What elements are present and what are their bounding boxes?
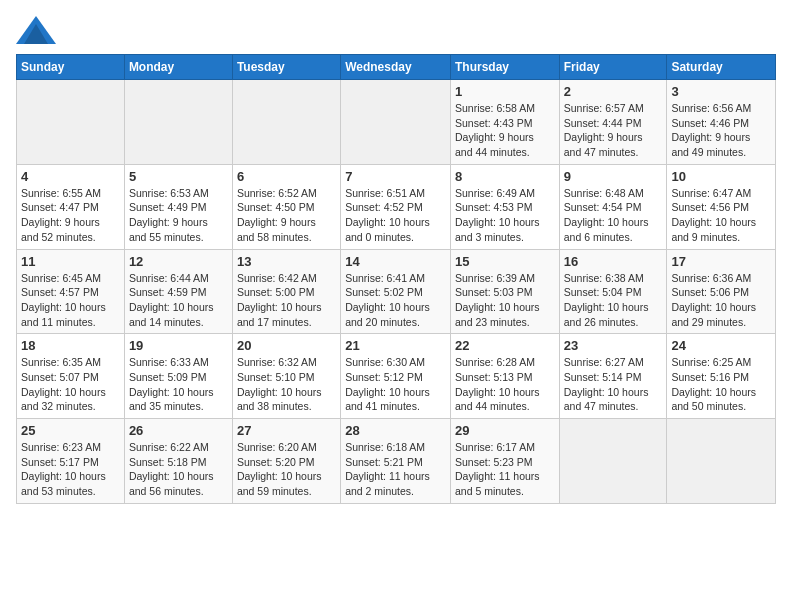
calendar-cell: 1Sunrise: 6:58 AM Sunset: 4:43 PM Daylig…: [450, 80, 559, 165]
day-number: 28: [345, 423, 446, 438]
calendar-cell: 16Sunrise: 6:38 AM Sunset: 5:04 PM Dayli…: [559, 249, 667, 334]
day-info: Sunrise: 6:55 AM Sunset: 4:47 PM Dayligh…: [21, 186, 120, 245]
calendar-cell: 2Sunrise: 6:57 AM Sunset: 4:44 PM Daylig…: [559, 80, 667, 165]
day-number: 17: [671, 254, 771, 269]
day-info: Sunrise: 6:45 AM Sunset: 4:57 PM Dayligh…: [21, 271, 120, 330]
calendar-cell: [17, 80, 125, 165]
day-number: 18: [21, 338, 120, 353]
day-number: 5: [129, 169, 228, 184]
day-number: 22: [455, 338, 555, 353]
calendar-week-row: 25Sunrise: 6:23 AM Sunset: 5:17 PM Dayli…: [17, 419, 776, 504]
calendar-cell: 25Sunrise: 6:23 AM Sunset: 5:17 PM Dayli…: [17, 419, 125, 504]
day-number: 3: [671, 84, 771, 99]
day-number: 10: [671, 169, 771, 184]
day-number: 12: [129, 254, 228, 269]
day-info: Sunrise: 6:23 AM Sunset: 5:17 PM Dayligh…: [21, 440, 120, 499]
day-number: 11: [21, 254, 120, 269]
day-info: Sunrise: 6:44 AM Sunset: 4:59 PM Dayligh…: [129, 271, 228, 330]
calendar-cell: 23Sunrise: 6:27 AM Sunset: 5:14 PM Dayli…: [559, 334, 667, 419]
calendar-week-row: 4Sunrise: 6:55 AM Sunset: 4:47 PM Daylig…: [17, 164, 776, 249]
day-info: Sunrise: 6:18 AM Sunset: 5:21 PM Dayligh…: [345, 440, 446, 499]
day-info: Sunrise: 6:52 AM Sunset: 4:50 PM Dayligh…: [237, 186, 336, 245]
day-info: Sunrise: 6:17 AM Sunset: 5:23 PM Dayligh…: [455, 440, 555, 499]
day-number: 7: [345, 169, 446, 184]
day-info: Sunrise: 6:41 AM Sunset: 5:02 PM Dayligh…: [345, 271, 446, 330]
logo: [16, 16, 60, 44]
day-number: 14: [345, 254, 446, 269]
calendar-cell: 8Sunrise: 6:49 AM Sunset: 4:53 PM Daylig…: [450, 164, 559, 249]
day-info: Sunrise: 6:25 AM Sunset: 5:16 PM Dayligh…: [671, 355, 771, 414]
day-info: Sunrise: 6:42 AM Sunset: 5:00 PM Dayligh…: [237, 271, 336, 330]
day-number: 29: [455, 423, 555, 438]
calendar-cell: 13Sunrise: 6:42 AM Sunset: 5:00 PM Dayli…: [232, 249, 340, 334]
logo-icon: [16, 16, 56, 44]
calendar-cell: 20Sunrise: 6:32 AM Sunset: 5:10 PM Dayli…: [232, 334, 340, 419]
calendar-cell: 10Sunrise: 6:47 AM Sunset: 4:56 PM Dayli…: [667, 164, 776, 249]
calendar-cell: 11Sunrise: 6:45 AM Sunset: 4:57 PM Dayli…: [17, 249, 125, 334]
day-info: Sunrise: 6:36 AM Sunset: 5:06 PM Dayligh…: [671, 271, 771, 330]
page-header: [16, 16, 776, 44]
day-info: Sunrise: 6:51 AM Sunset: 4:52 PM Dayligh…: [345, 186, 446, 245]
calendar-cell: [232, 80, 340, 165]
day-number: 20: [237, 338, 336, 353]
day-number: 24: [671, 338, 771, 353]
calendar-cell: 12Sunrise: 6:44 AM Sunset: 4:59 PM Dayli…: [124, 249, 232, 334]
day-info: Sunrise: 6:57 AM Sunset: 4:44 PM Dayligh…: [564, 101, 663, 160]
calendar-cell: [559, 419, 667, 504]
day-number: 2: [564, 84, 663, 99]
calendar-cell: 7Sunrise: 6:51 AM Sunset: 4:52 PM Daylig…: [341, 164, 451, 249]
calendar-week-row: 1Sunrise: 6:58 AM Sunset: 4:43 PM Daylig…: [17, 80, 776, 165]
day-info: Sunrise: 6:56 AM Sunset: 4:46 PM Dayligh…: [671, 101, 771, 160]
calendar-table: SundayMondayTuesdayWednesdayThursdayFrid…: [16, 54, 776, 504]
calendar-cell: 28Sunrise: 6:18 AM Sunset: 5:21 PM Dayli…: [341, 419, 451, 504]
calendar-week-row: 11Sunrise: 6:45 AM Sunset: 4:57 PM Dayli…: [17, 249, 776, 334]
calendar-cell: 14Sunrise: 6:41 AM Sunset: 5:02 PM Dayli…: [341, 249, 451, 334]
calendar-cell: [341, 80, 451, 165]
calendar-cell: 27Sunrise: 6:20 AM Sunset: 5:20 PM Dayli…: [232, 419, 340, 504]
day-info: Sunrise: 6:35 AM Sunset: 5:07 PM Dayligh…: [21, 355, 120, 414]
calendar-cell: 21Sunrise: 6:30 AM Sunset: 5:12 PM Dayli…: [341, 334, 451, 419]
calendar-cell: [124, 80, 232, 165]
calendar-cell: 3Sunrise: 6:56 AM Sunset: 4:46 PM Daylig…: [667, 80, 776, 165]
day-number: 25: [21, 423, 120, 438]
day-info: Sunrise: 6:32 AM Sunset: 5:10 PM Dayligh…: [237, 355, 336, 414]
weekday-header-row: SundayMondayTuesdayWednesdayThursdayFrid…: [17, 55, 776, 80]
weekday-header-tuesday: Tuesday: [232, 55, 340, 80]
calendar-cell: 15Sunrise: 6:39 AM Sunset: 5:03 PM Dayli…: [450, 249, 559, 334]
calendar-cell: [667, 419, 776, 504]
day-info: Sunrise: 6:49 AM Sunset: 4:53 PM Dayligh…: [455, 186, 555, 245]
day-number: 6: [237, 169, 336, 184]
day-number: 8: [455, 169, 555, 184]
calendar-cell: 24Sunrise: 6:25 AM Sunset: 5:16 PM Dayli…: [667, 334, 776, 419]
calendar-cell: 5Sunrise: 6:53 AM Sunset: 4:49 PM Daylig…: [124, 164, 232, 249]
day-info: Sunrise: 6:28 AM Sunset: 5:13 PM Dayligh…: [455, 355, 555, 414]
day-info: Sunrise: 6:53 AM Sunset: 4:49 PM Dayligh…: [129, 186, 228, 245]
day-number: 13: [237, 254, 336, 269]
day-number: 21: [345, 338, 446, 353]
day-number: 19: [129, 338, 228, 353]
day-info: Sunrise: 6:47 AM Sunset: 4:56 PM Dayligh…: [671, 186, 771, 245]
day-info: Sunrise: 6:27 AM Sunset: 5:14 PM Dayligh…: [564, 355, 663, 414]
day-number: 4: [21, 169, 120, 184]
day-info: Sunrise: 6:58 AM Sunset: 4:43 PM Dayligh…: [455, 101, 555, 160]
day-info: Sunrise: 6:22 AM Sunset: 5:18 PM Dayligh…: [129, 440, 228, 499]
day-info: Sunrise: 6:39 AM Sunset: 5:03 PM Dayligh…: [455, 271, 555, 330]
day-number: 15: [455, 254, 555, 269]
day-number: 26: [129, 423, 228, 438]
day-number: 27: [237, 423, 336, 438]
calendar-cell: 18Sunrise: 6:35 AM Sunset: 5:07 PM Dayli…: [17, 334, 125, 419]
weekday-header-monday: Monday: [124, 55, 232, 80]
calendar-cell: 26Sunrise: 6:22 AM Sunset: 5:18 PM Dayli…: [124, 419, 232, 504]
calendar-cell: 29Sunrise: 6:17 AM Sunset: 5:23 PM Dayli…: [450, 419, 559, 504]
calendar-cell: 6Sunrise: 6:52 AM Sunset: 4:50 PM Daylig…: [232, 164, 340, 249]
calendar-cell: 22Sunrise: 6:28 AM Sunset: 5:13 PM Dayli…: [450, 334, 559, 419]
day-info: Sunrise: 6:30 AM Sunset: 5:12 PM Dayligh…: [345, 355, 446, 414]
weekday-header-friday: Friday: [559, 55, 667, 80]
weekday-header-sunday: Sunday: [17, 55, 125, 80]
day-info: Sunrise: 6:33 AM Sunset: 5:09 PM Dayligh…: [129, 355, 228, 414]
day-number: 23: [564, 338, 663, 353]
weekday-header-thursday: Thursday: [450, 55, 559, 80]
day-number: 1: [455, 84, 555, 99]
calendar-week-row: 18Sunrise: 6:35 AM Sunset: 5:07 PM Dayli…: [17, 334, 776, 419]
calendar-cell: 19Sunrise: 6:33 AM Sunset: 5:09 PM Dayli…: [124, 334, 232, 419]
